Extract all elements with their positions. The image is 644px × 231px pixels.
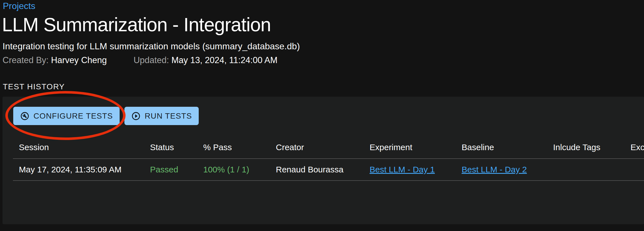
created-by: Created By: Harvey Cheng [3,55,107,66]
column-header-include-tags: Inlcude Tags [553,136,630,159]
play-circle-icon [131,111,141,121]
cell-pass: 100% (1 / 1) [203,159,276,181]
column-header-baseline: Baseline [462,136,553,159]
cell-include-tags [553,159,630,181]
column-header-session: Session [13,136,150,159]
test-history-table: Session Status % Pass Creator Experiment… [13,136,644,181]
project-detail-page: Projects LLM Summarization - Integration… [0,0,644,231]
test-history-heading: TEST HISTORY [3,82,65,92]
configure-tests-button[interactable]: CONFIGURE TESTS [13,107,120,125]
test-history-panel: CONFIGURE TESTS RUN TESTS Session [3,97,644,224]
run-tests-button[interactable]: RUN TESTS [124,107,199,125]
column-header-creator: Creator [276,136,370,159]
column-header-experiment: Experiment [370,136,462,159]
cell-baseline: Best LLM - Day 2 [462,159,553,181]
cell-status: Passed [150,159,203,181]
baseline-link[interactable]: Best LLM - Day 2 [462,165,527,174]
cell-session: May 17, 2024, 11:35:09 AM [13,159,150,181]
page-title: LLM Summarization - Integration [2,13,271,36]
project-meta: Created By: Harvey Cheng Updated: May 13… [3,55,278,66]
column-header-status: Status [150,136,203,159]
experiment-link[interactable]: Best LLM - Day 1 [370,165,435,174]
run-tests-label: RUN TESTS [145,112,192,121]
column-header-pass: % Pass [203,136,276,159]
test-actions-toolbar: CONFIGURE TESTS RUN TESTS [13,107,199,125]
created-by-label: Created By: [3,55,49,65]
column-header-exclude-tags: Exclude Tags [630,136,644,159]
build-circle-icon [20,111,30,121]
created-by-value: Harvey Cheng [51,55,107,65]
configure-tests-label: CONFIGURE TESTS [33,112,113,121]
updated: Updated: May 13, 2024, 11:24:00 AM [133,55,277,66]
cell-experiment: Best LLM - Day 1 [370,159,462,181]
cell-exclude-tags [630,159,644,181]
project-description: Integration testing for LLM summarizatio… [3,41,300,52]
updated-value: May 13, 2024, 11:24:00 AM [171,55,278,65]
breadcrumb-projects-link[interactable]: Projects [3,0,35,12]
updated-label: Updated: [133,55,169,65]
table-header-row: Session Status % Pass Creator Experiment… [13,136,644,159]
test-history-table-container: Session Status % Pass Creator Experiment… [13,136,644,181]
table-row: May 17, 2024, 11:35:09 AM Passed 100% (1… [13,159,644,181]
cell-creator: Renaud Bourassa [276,159,370,181]
